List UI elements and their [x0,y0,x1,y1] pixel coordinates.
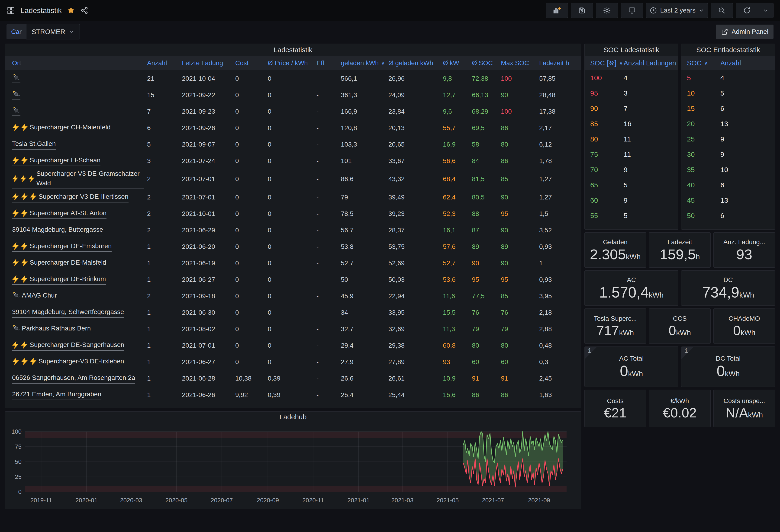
ort-link[interactable]: 39104 Magdeburg, Buttergasse [12,225,103,235]
refresh-interval-dropdown[interactable] [758,3,774,18]
refresh-button[interactable] [736,3,758,18]
ort-link[interactable]: 06526 Sangerhausen, Am Rosengarten 2a [12,373,135,384]
anzahl-cell: 3 [144,157,179,165]
column-header-geladen-kwh[interactable]: geladen kWh∨ [338,59,386,67]
car-variable-select[interactable]: STROMER [26,24,80,40]
chevron-down-icon [69,29,75,35]
max-soc-cell: 86 [498,124,536,132]
ort-link[interactable]: Supercharger DE-Emsbüren [12,242,111,252]
panel-title-soc-entlade[interactable]: SOC Entladestatistik [681,44,775,56]
cost-cell: 10,38 [233,375,265,382]
avg-soc-cell: 84 [469,157,498,165]
soc-value: 15 [687,105,720,112]
soc-table-row: 7511 [585,147,678,162]
soc-table-row: 1004 [585,70,678,86]
soc-table-row: 8011 [585,131,678,147]
soc-lade-col1-header[interactable]: SOC [%]∨ [590,59,624,67]
dashboard-settings-button[interactable] [596,3,618,18]
letzte-ladung-cell: 2021-10-01 [179,210,233,218]
ort-label: Supercharger DE-Sangerhausen [30,340,125,350]
ort-label: 39104 Magdeburg, Buttergasse [12,225,103,234]
soc-value: 85 [590,120,624,128]
cost-cell: 0 [233,358,265,366]
letzte-ladung-cell: 2021-06-19 [179,260,233,267]
ort-link[interactable] [12,90,20,100]
ort-link[interactable]: Supercharger DE-Brinkum [12,274,106,285]
letzte-ladung-cell: 2021-06-29 [179,226,233,234]
svg-text:2020-01: 2020-01 [76,497,97,504]
cost-cell: 0 [233,276,265,283]
time-range-picker[interactable]: Last 2 years [646,3,708,18]
avg-kw-cell: 11,6 [440,292,469,300]
save-dashboard-button[interactable] [571,3,593,18]
avg-kw-cell: 55,7 [440,124,469,132]
soc-entlade-col2-header[interactable]: Anzahl [720,59,741,67]
info-icon[interactable]: i [588,348,591,355]
info-icon[interactable]: i [684,348,688,355]
soc-lade-rows: 1004953907851680117511709655609555 [585,70,678,223]
add-panel-button[interactable] [546,3,568,18]
table-row: 152021-09-2200-361,324,0912,766,139028,4… [5,87,581,103]
lightning-bolt-icon [12,358,19,365]
avg-soc-cell: 58 [469,141,498,148]
letzte-ladung-cell: 2021-07-01 [179,175,233,183]
soc-table-row: 907 [585,101,678,116]
stat-ac: AC 1.570,4kWh [584,270,678,306]
soc-table-row: 506 [681,208,775,223]
ort-link[interactable]: Supercharger LI-Schaan [12,156,100,166]
share-icon[interactable] [80,6,89,15]
ort-link[interactable]: Supercharger CH-Maienfeld [12,123,111,134]
panel-title-soc-lade[interactable]: SOC Ladestatistik [585,44,678,56]
ort-link[interactable]: Supercharger AT-St. Anton [12,209,106,219]
column-header--kw[interactable]: Ø kW [440,59,469,67]
column-header--geladen-kwh[interactable]: Ø geladen kWh [386,59,440,67]
soc-value: 75 [590,151,624,158]
power-plug-icon [12,291,20,300]
apps-grid-icon[interactable] [6,6,15,15]
column-header-ort[interactable]: Ort [5,59,144,67]
admin-panel-button[interactable]: Admin Panel [716,24,774,39]
ort-link[interactable]: AMAG Chur [12,291,57,302]
column-header-letzte-ladung[interactable]: Letzte Ladung [179,59,233,67]
column-header-anzahl[interactable]: Anzahl [144,59,179,67]
column-header-cost[interactable]: Cost [233,59,265,67]
ort-link[interactable]: Supercharger DE-Sangerhausen [12,340,125,351]
lightning-bolt-icon [28,175,35,182]
column-header-max-soc[interactable]: Max SOC [498,59,536,67]
avg-kw-cell: 9,6 [440,108,469,115]
avg-geladen-kwh-cell: 33,95 [386,309,440,316]
column-header-eff[interactable]: Eff [314,59,338,67]
column-header--soc[interactable]: Ø SOC [469,59,498,67]
ort-link[interactable]: Supercharger DE-Malsfeld [12,258,106,269]
eff-cell: - [314,358,338,366]
ort-link[interactable]: Supercharger-V3 DE-Gramschatzer Wald [12,169,144,189]
zoom-out-button[interactable] [711,3,733,18]
panel-title-ladehub[interactable]: Ladehub [5,412,581,422]
ort-link[interactable]: Parkhaus Rathaus Bern [12,324,91,334]
favorite-star-icon[interactable] [67,6,75,15]
ort-label: Parkhaus Rathaus Bern [22,324,91,333]
ort-link[interactable]: 26721 Emden, Am Burggraben [12,389,101,400]
panel-title-ladestatistik[interactable]: Ladestatistik [5,44,581,56]
ort-link[interactable]: Supercharger-V3 DE-Illertissen [12,192,129,203]
stat-value: 0kWh [620,364,643,378]
ort-link[interactable]: Supercharger-V3 DE-Irxleben [12,357,124,367]
svg-text:75: 75 [15,443,21,450]
geladen-kwh-cell: 53,8 [338,243,386,251]
column-header--price-kwh[interactable]: Ø Price / kWh [265,59,314,67]
ort-link[interactable] [12,106,20,116]
ladezeit-cell: 6,12 [536,141,571,148]
soc-value: 35 [687,166,720,174]
eff-cell: - [314,75,338,82]
column-header-ladezeit-h[interactable]: Ladezeit h [536,59,571,67]
dashboard-page: Ladestatistik [0,0,780,532]
soc-value: 65 [590,181,624,189]
soc-lade-col2-header[interactable]: Anzahl Ladungen [624,59,676,67]
soc-entlade-col1-header[interactable]: SOC∧ [687,59,720,67]
ort-link[interactable] [12,73,20,83]
anzahl-cell: 1 [144,243,179,251]
tv-mode-button[interactable] [621,3,643,18]
lightning-bolt-icon [12,157,19,164]
ort-link[interactable]: Tesla St.Gallen [12,139,56,150]
ort-link[interactable]: 39104 Magdeburg, Schwertfegergasse [12,307,124,318]
